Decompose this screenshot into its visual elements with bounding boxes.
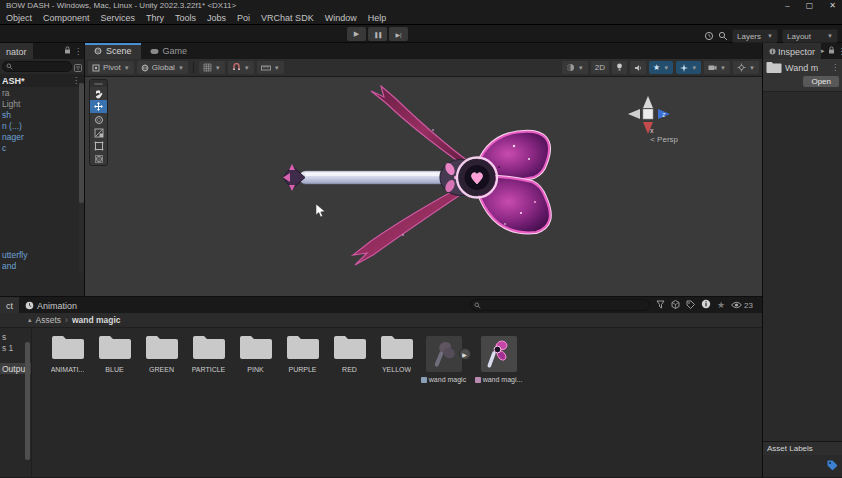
global-dropdown[interactable]: Global▼ xyxy=(137,61,188,74)
rect-tool[interactable] xyxy=(90,139,107,152)
transform-tool[interactable] xyxy=(90,152,107,165)
effects-star-icon: ★ xyxy=(653,63,660,72)
inspector-panel: Inspector ▸ ⋮ Wand m ⋮ Open Asset Labels xyxy=(762,43,842,477)
move-tool[interactable] xyxy=(90,100,107,113)
folder-tile[interactable]: GREEN xyxy=(138,334,185,373)
tab-hierarchy[interactable]: nator xyxy=(0,43,33,59)
menu-services[interactable]: Services xyxy=(101,13,136,23)
folder-tile[interactable]: BLUE xyxy=(91,334,138,373)
menu-component[interactable]: Component xyxy=(43,13,90,23)
hierarchy-item[interactable]: c› xyxy=(0,142,84,153)
tab-scene[interactable]: Scene xyxy=(85,43,141,59)
scale-tool[interactable] xyxy=(90,126,107,139)
toolstrip-handle[interactable] xyxy=(90,80,107,87)
2d-toggle-button[interactable]: 2D xyxy=(591,61,609,74)
tree-scrollbar[interactable] xyxy=(25,342,30,460)
view-hand-tool[interactable] xyxy=(90,87,107,100)
rotate-tool[interactable] xyxy=(90,113,107,126)
search-icon[interactable] xyxy=(718,27,728,45)
hierarchy-item[interactable]: sh› xyxy=(0,109,84,120)
step-button[interactable]: ▶| xyxy=(389,27,408,41)
lock-icon[interactable] xyxy=(828,46,835,56)
package-icon[interactable] xyxy=(671,300,680,311)
folder-tile[interactable]: PURPLE xyxy=(279,334,326,373)
header-menu-icon[interactable]: ⋮ xyxy=(831,63,839,72)
close-button[interactable]: ✕ xyxy=(829,1,836,10)
tree-item[interactable]: s xyxy=(0,331,31,342)
model-asset-icon xyxy=(421,377,427,383)
step-icon: ▶| xyxy=(395,31,401,38)
gizmos-dropdown[interactable]: ▼ xyxy=(733,61,759,74)
hidden-count-toggle[interactable]: 23 xyxy=(731,301,753,310)
project-search-input[interactable] xyxy=(470,299,650,311)
folder-tile[interactable]: RED xyxy=(326,334,373,373)
breadcrumb[interactable]: ▴ Assets › wand magic xyxy=(0,313,762,328)
menu-window[interactable]: Window xyxy=(325,13,357,23)
menu-vrchat-sdk[interactable]: VRChat SDK xyxy=(261,13,314,23)
pivot-dropdown[interactable]: Pivot▼ xyxy=(88,61,134,74)
breadcrumb-assets[interactable]: Assets xyxy=(36,315,62,325)
hierarchy-scrollbar[interactable] xyxy=(79,83,84,273)
menu-poi[interactable]: Poi xyxy=(237,13,250,23)
grid-visibility-dropdown[interactable]: ▼ xyxy=(199,61,225,74)
hierarchy-item[interactable]: n (...)› xyxy=(0,120,84,131)
folder-tile[interactable]: PINK xyxy=(232,334,279,373)
expand-subassets-button[interactable]: ▶ xyxy=(459,348,471,360)
menu-object[interactable]: Object xyxy=(6,13,32,23)
snap-settings-dropdown[interactable]: ▼ xyxy=(228,61,254,74)
effects-dropdown[interactable]: ★ ▼ xyxy=(649,61,673,74)
favorite-star-icon[interactable]: ★ xyxy=(717,300,725,310)
asset-labels-header[interactable]: Asset Labels xyxy=(763,441,842,455)
hierarchy-item[interactable]: and› xyxy=(0,260,84,271)
maximize-button[interactable]: ▢ xyxy=(806,1,814,10)
tab-animation[interactable]: Animation xyxy=(19,297,83,313)
menu-tools[interactable]: Tools xyxy=(175,13,196,23)
asset-thumbnail[interactable] xyxy=(481,336,517,372)
hierarchy-item[interactable]: ra xyxy=(0,87,84,98)
pause-button[interactable]: ❚❚ xyxy=(368,27,387,41)
tab-scroll-arrow-icon[interactable]: ▸ xyxy=(821,47,825,55)
menu-thry[interactable]: Thry xyxy=(146,13,164,23)
menu-help[interactable]: Help xyxy=(368,13,387,23)
perspective-label[interactable]: < Persp xyxy=(650,135,678,144)
tab-game[interactable]: Game xyxy=(141,43,197,59)
open-button[interactable]: Open xyxy=(803,76,839,87)
menu-jobs[interactable]: Jobs xyxy=(207,13,226,23)
label-tag-icon[interactable] xyxy=(826,459,838,471)
lighting-toggle-button[interactable] xyxy=(612,61,627,74)
layout-dropdown[interactable]: Layout▼ xyxy=(782,29,838,43)
audio-toggle-button[interactable] xyxy=(630,61,646,74)
minimize-button[interactable]: – xyxy=(785,1,789,10)
asset-tile-texture[interactable]: wand magi... xyxy=(475,336,522,383)
hierarchy-search-input[interactable] xyxy=(2,61,72,72)
scene-viewport[interactable]: z x < Persp xyxy=(85,77,762,296)
folder-tile[interactable]: YELLOW xyxy=(373,334,420,373)
asset-tile-model[interactable]: ▶ wand magic xyxy=(420,336,467,383)
lock-icon[interactable] xyxy=(64,46,71,56)
camera-settings-dropdown[interactable]: ▼ xyxy=(704,61,730,74)
search-filter-icon[interactable] xyxy=(74,58,82,76)
search-by-label-icon[interactable] xyxy=(686,300,695,311)
scene-root-row[interactable]: ASH* ⋮ xyxy=(0,74,84,87)
asset-thumbnail[interactable]: ▶ xyxy=(426,336,462,372)
collapse-arrow-icon[interactable]: ▴ xyxy=(28,316,32,324)
draw-mode-dropdown[interactable]: ▼ xyxy=(562,61,588,74)
tab-inspector[interactable]: Inspector xyxy=(763,43,821,59)
folder-tile[interactable]: PARTICLE xyxy=(185,334,232,373)
play-button[interactable]: ▶ xyxy=(347,27,366,41)
tab-project[interactable]: ct xyxy=(0,297,19,313)
panel-menu-icon[interactable]: ⋮ xyxy=(74,47,82,56)
panel-menu-icon[interactable]: ⋮ xyxy=(838,47,842,56)
folder-tile[interactable]: ANIMATI... xyxy=(44,334,91,373)
particles-toggle-dropdown[interactable]: ▼ xyxy=(676,61,701,74)
layers-dropdown[interactable]: Layers▼ xyxy=(732,29,778,43)
increment-snap-dropdown[interactable]: ▼ xyxy=(257,61,284,74)
breadcrumb-current[interactable]: wand magic xyxy=(72,315,121,325)
hierarchy-item[interactable]: Light xyxy=(0,98,84,109)
hierarchy-item[interactable]: nager› xyxy=(0,131,84,142)
search-by-type-icon[interactable] xyxy=(656,300,665,311)
undo-history-icon[interactable] xyxy=(704,27,714,45)
info-icon[interactable] xyxy=(701,299,711,311)
wand-model[interactable] xyxy=(283,85,555,269)
hierarchy-item[interactable]: utterfly› xyxy=(0,249,84,260)
